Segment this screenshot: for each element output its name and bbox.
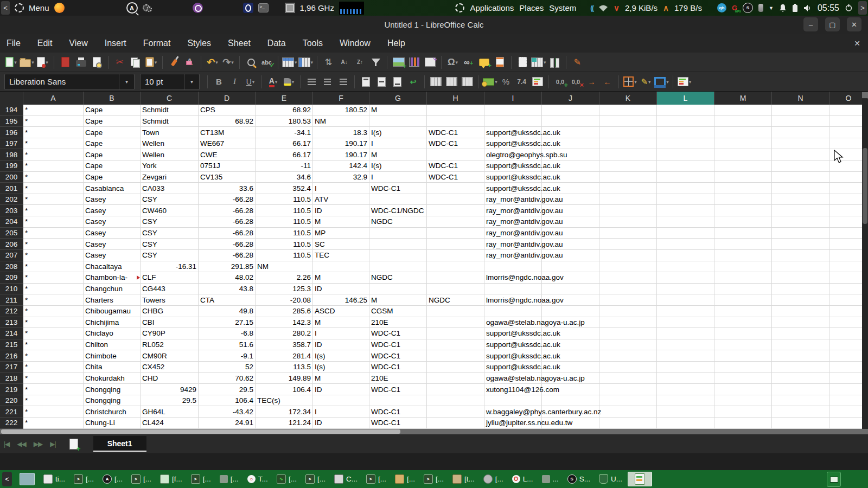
cell-C222[interactable]: CL424 <box>141 418 199 429</box>
cell-F216[interactable]: I(s) <box>313 350 369 362</box>
underline-button[interactable]: U▾ <box>243 74 258 89</box>
cell-M204[interactable] <box>714 216 772 228</box>
cell-H213[interactable] <box>427 317 484 329</box>
cell-A205[interactable]: * <box>23 228 84 239</box>
cell-K208[interactable] <box>599 261 657 273</box>
column-header-M[interactable]: M <box>714 92 772 105</box>
cell-H208[interactable] <box>427 261 484 273</box>
cell-B220[interactable]: Chongqing <box>84 395 141 407</box>
cell-E220[interactable]: TEC(s) <box>256 395 313 407</box>
cell-E222[interactable]: 121.24 <box>256 418 313 429</box>
cell-E215[interactable]: 358.7 <box>256 339 313 351</box>
cell-L219[interactable] <box>657 384 714 395</box>
column-header-F[interactable]: F <box>313 92 369 105</box>
cell-D197[interactable]: WE667 <box>199 138 256 150</box>
cell-A213[interactable]: * <box>23 317 84 329</box>
cell-F203[interactable]: ID <box>313 205 369 216</box>
row-header-201[interactable]: 201 <box>0 183 23 194</box>
cell-M201[interactable] <box>714 183 772 194</box>
cell-N201[interactable] <box>772 183 829 194</box>
taskbar-item-opera[interactable]: OL... <box>509 473 537 485</box>
row-header-209[interactable]: 209 <box>0 272 23 284</box>
row-header-210[interactable]: 210 <box>0 284 23 295</box>
taskbar-item-terminal[interactable]: >[... <box>128 473 155 485</box>
cell-D214[interactable]: -6.8 <box>199 328 256 339</box>
taskbar-item-window-gray[interactable]: ... <box>539 473 562 485</box>
cell-H196[interactable]: WDC-C1 <box>427 127 484 138</box>
cell-F208[interactable] <box>313 261 369 273</box>
row-header-215[interactable]: 215 <box>0 339 23 351</box>
align-left-button[interactable] <box>304 74 319 89</box>
cell-H205[interactable] <box>427 228 484 239</box>
cell-K207[interactable] <box>599 250 657 261</box>
valign-top-button[interactable] <box>359 74 373 89</box>
cell-M216[interactable] <box>714 350 772 362</box>
cell-I201[interactable]: support@ukssdc.ac.uk <box>484 183 542 194</box>
cell-E207[interactable]: 110.5 <box>256 250 313 261</box>
insert-chart-button[interactable] <box>407 55 422 70</box>
cell-F213[interactable]: M <box>313 317 369 329</box>
cell-H221[interactable] <box>427 406 484 418</box>
cell-E221[interactable]: 172.34 <box>256 406 313 418</box>
maximize-button[interactable]: ▢ <box>825 17 840 31</box>
cell-B194[interactable]: Cape <box>84 105 141 116</box>
row-header-219[interactable]: 219 <box>0 384 23 395</box>
cell-K210[interactable] <box>599 284 657 295</box>
cell-E203[interactable]: 110.5 <box>256 205 313 216</box>
cell-E202[interactable]: 110.5 <box>256 194 313 206</box>
find-replace-button[interactable] <box>244 55 258 70</box>
taskbar-item-terminal[interactable]: >[... <box>302 473 329 485</box>
cell-D209[interactable]: 48.02 <box>199 272 256 284</box>
wifi-icon[interactable] <box>598 4 608 12</box>
cell-B213[interactable]: Chichijima <box>84 317 141 329</box>
menu-file[interactable]: File <box>7 38 21 48</box>
cell-E206[interactable]: 110.5 <box>256 239 313 250</box>
cell-K217[interactable] <box>599 362 657 373</box>
sort-descending-button[interactable]: Z↑ <box>353 55 367 70</box>
cell-B216[interactable]: Chimbote <box>84 350 141 362</box>
cell-F195[interactable]: NM <box>313 116 369 127</box>
horizontal-scrollbar-thumb[interactable] <box>1 429 400 434</box>
cell-B203[interactable]: Casey <box>84 205 141 216</box>
cell-L206[interactable] <box>657 239 714 250</box>
cell-I220[interactable] <box>484 395 542 407</box>
next-sheet-icon[interactable]: ▶▶ <box>34 440 42 448</box>
percent-button[interactable]: % <box>499 74 513 89</box>
add-sheet-icon[interactable] <box>69 439 78 450</box>
cell-D200[interactable]: CV135 <box>199 172 256 183</box>
cell-C209[interactable]: CLF <box>141 272 199 284</box>
cell-L217[interactable] <box>657 362 714 373</box>
currency-button[interactable]: ▾ <box>483 74 497 89</box>
cell-B206[interactable]: Casey <box>84 239 141 250</box>
cut-button[interactable]: ✂ <box>112 55 127 70</box>
cell-C216[interactable]: CM90R <box>141 350 199 362</box>
cell-H206[interactable] <box>427 239 484 250</box>
taskbar-item-terminal[interactable]: >[... <box>420 473 447 485</box>
cell-I207[interactable]: ray_mor@antdiv.gov.au <box>484 250 542 261</box>
cell-I206[interactable]: ray_mor@antdiv.gov.au <box>484 239 542 250</box>
cell-A199[interactable]: * <box>23 160 84 172</box>
cell-I211[interactable]: lmorris@ngdc.noaa.gov <box>484 294 542 306</box>
cell-G201[interactable]: WDC-C1 <box>369 183 427 194</box>
open-button[interactable]: ▾ <box>20 55 34 70</box>
cell-F209[interactable]: M <box>313 272 369 284</box>
cell-B204[interactable]: Casey <box>84 216 141 228</box>
cell-N218[interactable] <box>772 373 829 384</box>
cell-G202[interactable] <box>369 194 427 206</box>
cell-K194[interactable] <box>599 105 657 116</box>
cell-L209[interactable] <box>657 272 714 284</box>
split-window-button[interactable] <box>547 55 562 70</box>
cell-N205[interactable] <box>772 228 829 239</box>
chevron-down-icon[interactable]: ▾ <box>184 74 199 89</box>
column-header-C[interactable]: C <box>141 92 199 105</box>
cell-G196[interactable]: I(s) <box>369 127 427 138</box>
cell-B199[interactable]: Cape <box>84 160 141 172</box>
taskbar-item-terminal[interactable]: >[... <box>363 473 390 485</box>
row-header-198[interactable]: 198 <box>0 149 23 160</box>
cell-H194[interactable] <box>427 105 484 116</box>
paste-button[interactable]: ▾ <box>144 55 158 70</box>
cell-M198[interactable] <box>714 149 772 160</box>
cell-K205[interactable] <box>599 228 657 239</box>
cell-D210[interactable]: 43.8 <box>199 284 256 295</box>
taskbar-item-window-gray[interactable]: [... <box>216 473 242 485</box>
